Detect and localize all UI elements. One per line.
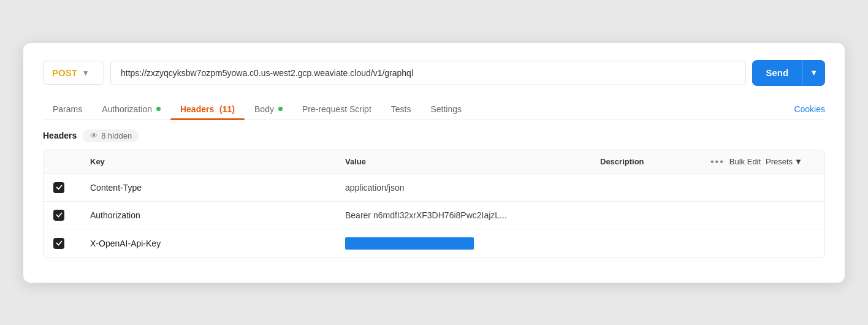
row2-key[interactable]: Authorization — [90, 210, 345, 220]
headers-table: Key Value Description ••• Bulk Edit Pres… — [43, 150, 825, 258]
headers-section: Headers 👁 8 hidden Key Value Description… — [43, 129, 825, 258]
tab-params[interactable]: Params — [43, 99, 92, 119]
main-card: POST ▼ Send ▼ Params Authorization Heade… — [23, 43, 845, 283]
row2-checkbox[interactable] — [53, 210, 64, 221]
table-row: X-OpenAI-Api-Key — [44, 229, 824, 258]
table-row: Content-Type application/json — [44, 174, 824, 202]
api-key-value-bar — [345, 237, 474, 250]
row3-key[interactable]: X-OpenAI-Api-Key — [90, 239, 345, 248]
presets-dropdown[interactable]: Presets ▼ — [766, 157, 815, 166]
authorization-dot — [156, 107, 161, 111]
send-label: Send — [752, 61, 802, 85]
row3-checkbox-cell[interactable] — [53, 238, 90, 249]
headers-title-row: Headers 👁 8 hidden — [43, 129, 825, 142]
tab-prerequest-label: Pre-request Script — [302, 104, 371, 114]
tab-settings[interactable]: Settings — [421, 99, 471, 119]
tab-body-label: Body — [254, 104, 274, 114]
tabs-row: Params Authorization Headers (11) Body P… — [43, 99, 825, 120]
presets-chevron-icon: ▼ — [794, 157, 802, 166]
row1-key[interactable]: Content-Type — [90, 183, 345, 193]
row1-checkbox-cell[interactable] — [53, 182, 90, 193]
tab-tests[interactable]: Tests — [381, 99, 421, 119]
row1-value[interactable]: application/json — [345, 183, 600, 193]
body-dot — [278, 107, 283, 111]
eye-icon: 👁 — [90, 131, 98, 140]
method-chevron-icon: ▼ — [82, 69, 89, 77]
tab-headers-label: Headers — [180, 104, 214, 114]
col-value-header: Value — [345, 157, 600, 166]
url-bar: POST ▼ Send ▼ — [43, 60, 825, 86]
method-selector[interactable]: POST ▼ — [43, 61, 104, 85]
cookies-link[interactable]: Cookies — [784, 99, 825, 119]
col-description-header: Description — [600, 157, 710, 166]
tab-authorization[interactable]: Authorization — [92, 99, 170, 119]
tab-body[interactable]: Body — [245, 99, 292, 119]
method-label: POST — [52, 67, 77, 78]
table-column-headers: Key Value Description ••• Bulk Edit Pres… — [44, 150, 824, 174]
tab-params-label: Params — [53, 104, 82, 114]
url-input-wrapper — [110, 61, 746, 85]
col-key-header: Key — [90, 157, 345, 166]
tab-headers-count: (11) — [217, 104, 235, 114]
row2-checkbox-cell[interactable] — [53, 210, 90, 221]
send-dropdown-icon[interactable]: ▼ — [802, 60, 825, 86]
tab-settings-label: Settings — [430, 104, 462, 114]
tab-prerequest[interactable]: Pre-request Script — [292, 99, 381, 119]
hidden-count: 8 hidden — [101, 131, 132, 140]
row3-checkbox[interactable] — [53, 238, 64, 249]
headers-title: Headers — [43, 131, 77, 140]
send-button[interactable]: Send ▼ — [752, 60, 825, 86]
hidden-badge[interactable]: 👁 8 hidden — [83, 129, 139, 142]
row2-value[interactable]: Bearer n6mdfI32xrXF3DH76i8Pwc2IajzL... — [345, 210, 600, 220]
tab-headers[interactable]: Headers (11) — [170, 99, 245, 119]
tab-authorization-label: Authorization — [102, 104, 152, 114]
row1-checkbox[interactable] — [53, 182, 64, 193]
table-row: Authorization Bearer n6mdfI32xrXF3DH76i8… — [44, 202, 824, 229]
presets-label: Presets — [766, 157, 793, 166]
tab-tests-label: Tests — [391, 104, 411, 114]
url-input[interactable] — [121, 68, 736, 78]
more-options-icon[interactable]: ••• — [710, 156, 725, 167]
bulk-edit-button[interactable]: Bulk Edit — [729, 157, 761, 166]
row3-value[interactable] — [345, 237, 600, 250]
